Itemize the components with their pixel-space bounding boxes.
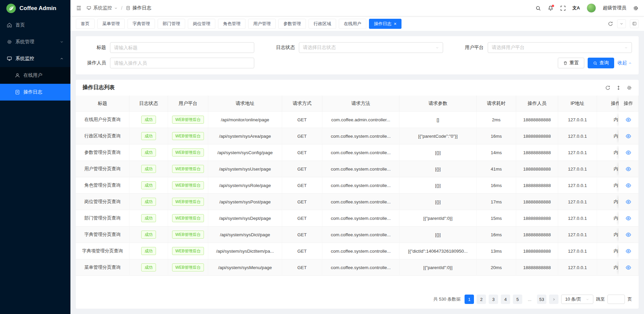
cell-platform: WEB管理后台	[168, 210, 208, 227]
cell-operation	[619, 194, 639, 210]
cell-operator: 18888888888	[516, 128, 558, 144]
search-icon[interactable]	[535, 5, 541, 11]
cell-operation	[619, 144, 639, 161]
view-detail-eye-button[interactable]	[626, 150, 631, 155]
refresh-icon[interactable]	[605, 85, 610, 90]
tab-item[interactable]: 部门管理	[158, 19, 185, 29]
settings-gear-icon[interactable]	[633, 5, 639, 11]
cell-status: 成功	[129, 259, 168, 276]
next-page-button[interactable]	[549, 295, 558, 304]
cell-duration: 15ms	[477, 210, 516, 227]
tab-close-icon[interactable]: ×	[394, 21, 396, 26]
table-scroll-area[interactable]: 标题日志状态用户平台请求地址请求方式请求方法请求参数请求耗时操作人员IP地址操作…	[76, 96, 639, 276]
page-button[interactable]: 1	[465, 295, 474, 304]
cell-operator: 18888888888	[516, 210, 558, 227]
user-name[interactable]: 超级管理员	[603, 5, 626, 11]
cell-method: GET	[282, 259, 322, 276]
view-detail-eye-button[interactable]	[626, 166, 631, 172]
view-detail-eye-button[interactable]	[626, 183, 631, 188]
view-detail-eye-button[interactable]	[626, 199, 631, 205]
tab-item[interactable]: 行政区域	[309, 19, 336, 29]
expand-layout-icon[interactable]	[630, 19, 639, 28]
tab-item[interactable]: 字典管理	[127, 19, 155, 29]
breadcrumb: 系统监控 / 操作日志	[87, 5, 151, 11]
cell-operator: 18888888888	[516, 144, 558, 161]
sidebar-item-system-monitor[interactable]: 系统监控	[0, 50, 70, 67]
cell-duration: 13ms	[477, 243, 516, 259]
page-button[interactable]: 3	[489, 295, 498, 304]
view-detail-eye-button[interactable]	[626, 232, 631, 238]
cell-ip: 127.0.0.1	[558, 259, 597, 276]
view-detail-eye-button[interactable]	[626, 248, 631, 254]
column-header: 请求地址	[208, 96, 282, 112]
menu-fold-icon[interactable]	[76, 5, 82, 11]
jump-page-input[interactable]	[607, 295, 625, 304]
breadcrumb-item[interactable]: 系统监控	[93, 5, 112, 11]
cell-operator: 18888888888	[516, 177, 558, 194]
status-tag: 成功	[141, 181, 156, 189]
cell-ip: 127.0.0.1	[558, 210, 597, 227]
operator-input[interactable]	[110, 58, 254, 68]
pagination: 共 530 条数据 12345...53 10 条/页 跳至 页	[76, 290, 639, 309]
cell-url: /api/system/sysDept/page	[208, 210, 282, 227]
table-settings-gear-icon[interactable]	[627, 85, 632, 90]
cell-ip: 127.0.0.1	[558, 112, 597, 128]
page-button[interactable]: 2	[477, 295, 486, 304]
tab-item[interactable]: 在线用户	[339, 19, 366, 29]
page-size-select[interactable]: 10 条/页	[561, 295, 593, 304]
notification-bell-icon[interactable]	[548, 5, 553, 11]
sidebar-item-operation-log[interactable]: 操作日志	[0, 84, 70, 101]
tab-item[interactable]: 菜单管理	[97, 19, 125, 29]
log-status-select[interactable]: 请选择日志状态	[299, 42, 443, 53]
user-platform-select[interactable]: 请选择用户平台	[488, 42, 632, 53]
sidebar-item-system-management[interactable]: 系统管理	[0, 34, 70, 50]
column-header: 请求耗时	[477, 96, 516, 112]
tab-item[interactable]: 首页	[76, 19, 95, 29]
tab-item[interactable]: 岗位管理	[188, 19, 215, 29]
search-button[interactable]: 查询	[588, 58, 614, 68]
tab-bar-actions	[608, 19, 639, 28]
cell-url: /api/system/sysDictItem/pa...	[208, 243, 282, 259]
tab-item[interactable]: 参数管理	[278, 19, 306, 29]
fullscreen-icon[interactable]	[560, 5, 566, 11]
cell-handler: com.coffee.system.controlle...	[322, 210, 399, 227]
collapse-link[interactable]: 收起	[618, 60, 632, 66]
page-button[interactable]: 53	[537, 295, 546, 304]
tab-item[interactable]: 角色管理	[218, 19, 246, 29]
jump-suffix: 页	[628, 296, 632, 302]
tab-label: 字典管理	[132, 21, 150, 27]
status-tag: 成功	[141, 198, 156, 206]
breadcrumb-item-current: 操作日志	[132, 5, 151, 11]
chevron-down-icon	[435, 46, 439, 50]
cell-title: 菜单管理分页查询	[76, 259, 129, 276]
table-header-row: 标题日志状态用户平台请求地址请求方式请求方法请求参数请求耗时操作人员IP地址操作…	[76, 96, 639, 112]
refresh-icon[interactable]	[608, 21, 613, 26]
cell-duration: 20ms	[477, 259, 516, 276]
cell-method: GET	[282, 227, 322, 243]
view-detail-eye-button[interactable]	[626, 133, 631, 139]
tab-item[interactable]: 操作日志×	[369, 19, 401, 29]
column-height-icon[interactable]	[616, 85, 621, 90]
cell-operation	[619, 128, 639, 144]
page-button[interactable]: 4	[501, 295, 510, 304]
cell-duration: 14ms	[477, 144, 516, 161]
cell-method: GET	[282, 243, 322, 259]
cell-url: /api/system/sysRole/page	[208, 177, 282, 194]
sidebar-item-home[interactable]: 首页	[0, 17, 70, 34]
cell-operator: 18888888888	[516, 227, 558, 243]
reset-button[interactable]: 重置	[558, 58, 584, 68]
page-button[interactable]: 5	[513, 295, 522, 304]
tab-options-chevron-icon[interactable]	[617, 19, 626, 28]
view-detail-eye-button[interactable]	[626, 215, 631, 221]
sidebar-item-online-users[interactable]: 在线用户	[0, 67, 70, 84]
cell-title: 用户管理分页查询	[76, 161, 129, 177]
status-tag: 成功	[141, 231, 156, 239]
avatar[interactable]	[587, 3, 596, 13]
view-detail-eye-button[interactable]	[626, 117, 631, 123]
view-detail-eye-button[interactable]	[626, 265, 631, 270]
tab-item[interactable]: 用户管理	[248, 19, 276, 29]
chevron-down-icon[interactable]	[114, 6, 118, 10]
cell-method: GET	[282, 194, 322, 210]
translate-icon[interactable]: 文A	[573, 5, 580, 11]
title-input[interactable]	[110, 42, 254, 53]
